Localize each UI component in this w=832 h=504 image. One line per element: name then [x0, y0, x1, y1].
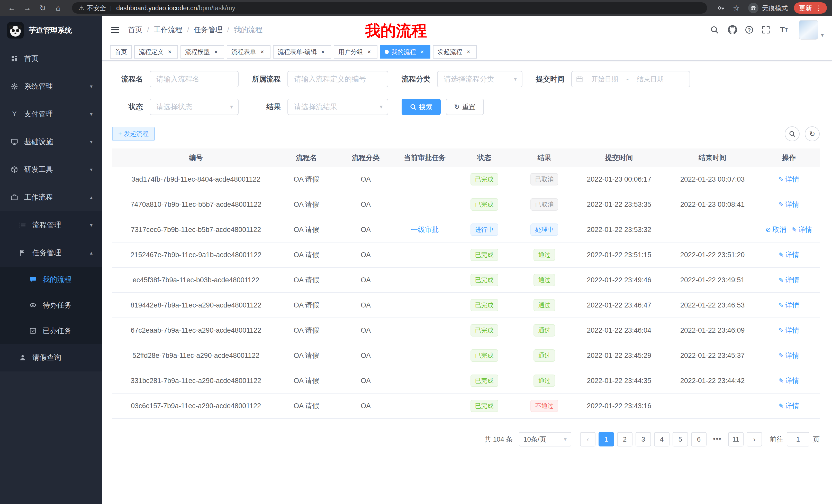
not-secure-warning-icon: ⚠ [79, 4, 84, 11]
cell-name: OA 请假 [280, 200, 333, 209]
chevron-down-icon: ▾ [514, 76, 517, 82]
sidebar-item-infrastructure[interactable]: 基础设施 ▾ [0, 128, 102, 156]
password-key-icon[interactable] [714, 2, 728, 14]
close-icon[interactable]: × [319, 48, 327, 55]
update-label: 更新 [799, 4, 812, 12]
bookmark-star-icon[interactable]: ☆ [730, 2, 743, 14]
sidebar-item-task-manage[interactable]: 任务管理 ▴ [0, 239, 102, 267]
breadcrumb-item-current: 我的流程 [234, 25, 262, 35]
page-number-11[interactable]: 11 [728, 432, 744, 446]
github-icon[interactable] [727, 25, 738, 35]
close-icon[interactable]: × [166, 48, 173, 55]
url-bar[interactable]: ⚠ 不安全 | dashboard.yudao.iocoder.cn/bpm/t… [72, 2, 707, 13]
cell-end-time: 2022-01-22 23:44:42 [667, 377, 758, 385]
avatar-dropdown[interactable]: ▾ [799, 20, 824, 39]
sidebar-item-devtools[interactable]: 研发工具 ▾ [0, 156, 102, 184]
detail-link[interactable]: ✎详情 [791, 225, 812, 234]
app-logo[interactable]: 芋道管理系统 [0, 16, 102, 45]
sidebar-item-done-tasks[interactable]: 已办任务 [0, 318, 102, 344]
update-button[interactable]: 更新 ⋮ [794, 2, 827, 13]
close-icon[interactable]: × [465, 48, 472, 55]
status-badge: 已完成 [470, 299, 498, 311]
detail-link[interactable]: ✎详情 [779, 376, 799, 385]
cancel-link[interactable]: ⊘取消 [765, 225, 786, 234]
tab-process-form-edit[interactable]: 流程表单-编辑 × [273, 45, 331, 59]
detail-link[interactable]: ✎详情 [779, 401, 799, 411]
reload-icon[interactable]: ↻ [36, 2, 49, 14]
process-name-input[interactable] [150, 71, 239, 87]
sidebar-item-system[interactable]: 系统管理 ▾ [0, 73, 102, 100]
tab-process-form[interactable]: 流程表单 × [227, 45, 270, 59]
browser-home-icon[interactable]: ⌂ [51, 2, 65, 14]
filter-row-1: 流程名 所属流程 流程分类 请选择流程分类 ▾ 提交时间 [112, 71, 820, 87]
edit-icon: ✎ [779, 377, 784, 385]
more-pages-icon[interactable]: ••• [710, 432, 725, 446]
close-icon[interactable]: × [419, 48, 426, 55]
detail-link[interactable]: ✎详情 [779, 326, 799, 335]
close-icon[interactable]: × [212, 48, 219, 55]
next-page-button[interactable]: › [747, 432, 762, 446]
status-select[interactable]: 请选择状态 ▾ [150, 99, 239, 115]
submit-time-range[interactable]: - [571, 71, 690, 87]
sidebar-item-payment[interactable]: ¥ 支付管理 ▾ [0, 100, 102, 128]
close-icon[interactable]: × [259, 48, 266, 55]
end-date-input[interactable] [630, 75, 671, 83]
close-icon[interactable]: × [366, 48, 373, 55]
sidebar-item-workflow[interactable]: 工作流程 ▴ [0, 184, 102, 211]
cell-submit-time: 2022-01-22 23:53:32 [571, 226, 667, 234]
sidebar-item-home[interactable]: 首页 [0, 45, 102, 73]
help-icon[interactable]: ? [745, 26, 753, 34]
checklist-icon [29, 327, 37, 335]
search-icon[interactable] [709, 25, 720, 35]
current-task-link[interactable]: 一级审批 [411, 225, 439, 234]
active-dot [385, 50, 389, 54]
tab-home[interactable]: 首页 [110, 45, 132, 59]
prev-page-button[interactable]: ‹ [580, 432, 595, 446]
tab-user-group[interactable]: 用户分组 × [334, 45, 378, 59]
detail-link[interactable]: ✎详情 [779, 250, 799, 259]
back-icon[interactable]: ← [5, 2, 19, 14]
page-number-3[interactable]: 3 [635, 432, 651, 446]
toggle-search-button[interactable] [785, 127, 800, 141]
breadcrumb-item-workflow[interactable]: 工作流程 [154, 25, 183, 35]
goto-page-input[interactable] [787, 432, 809, 446]
reset-button[interactable]: ↻ 重置 [446, 99, 484, 115]
result-select[interactable]: 请选择流结果 ▾ [287, 99, 388, 115]
cell-submit-time: 2022-01-22 23:44:35 [571, 377, 667, 385]
process-table: 编号 流程名 流程分类 当前审批任务 状态 结果 提交时间 结束时间 操作 3a… [112, 148, 820, 419]
process-id-input[interactable] [287, 71, 388, 87]
category-select[interactable]: 请选择流程分类 ▾ [437, 71, 522, 87]
forward-icon[interactable]: → [21, 2, 34, 14]
start-date-input[interactable] [584, 75, 625, 83]
fullscreen-icon[interactable] [761, 25, 771, 35]
cell-name: OA 请假 [280, 175, 333, 184]
page-number-5[interactable]: 5 [673, 432, 688, 446]
detail-link[interactable]: ✎详情 [779, 200, 799, 209]
hamburger-icon[interactable] [110, 25, 120, 35]
sidebar-item-my-process[interactable]: 我的流程 [0, 267, 102, 292]
detail-link[interactable]: ✎详情 [779, 351, 799, 360]
tab-start-process[interactable]: 发起流程 × [433, 45, 477, 59]
page-number-2[interactable]: 2 [617, 432, 632, 446]
tab-process-definition[interactable]: 流程定义 × [134, 45, 178, 59]
page-number-4[interactable]: 4 [654, 432, 670, 446]
detail-link[interactable]: ✎详情 [779, 275, 799, 285]
list-icon [19, 221, 27, 229]
search-button[interactable]: 搜索 [401, 99, 441, 115]
breadcrumb-item-home[interactable]: 首页 [128, 25, 142, 35]
page-number-6[interactable]: 6 [691, 432, 706, 446]
page-number-1[interactable]: 1 [599, 432, 614, 446]
tab-process-model[interactable]: 流程模型 × [181, 45, 224, 59]
font-size-icon[interactable]: TT [779, 25, 789, 35]
detail-link[interactable]: ✎详情 [779, 301, 799, 310]
kebab-menu-icon[interactable]: ⋮ [815, 5, 822, 11]
sidebar-item-leave-query[interactable]: 请假查询 [0, 344, 102, 371]
tab-my-process[interactable]: 我的流程 × [380, 45, 431, 59]
sidebar-item-process-manage[interactable]: 流程管理 ▾ [0, 211, 102, 239]
refresh-table-button[interactable]: ↻ [805, 127, 820, 141]
sidebar-item-todo-tasks[interactable]: 待办任务 [0, 292, 102, 318]
detail-link[interactable]: ✎详情 [779, 175, 799, 184]
create-process-button[interactable]: + 发起流程 [112, 127, 155, 141]
breadcrumb-item-task-manage[interactable]: 任务管理 [194, 25, 223, 35]
page-size-select[interactable]: 10条/页 ▾ [519, 432, 571, 446]
